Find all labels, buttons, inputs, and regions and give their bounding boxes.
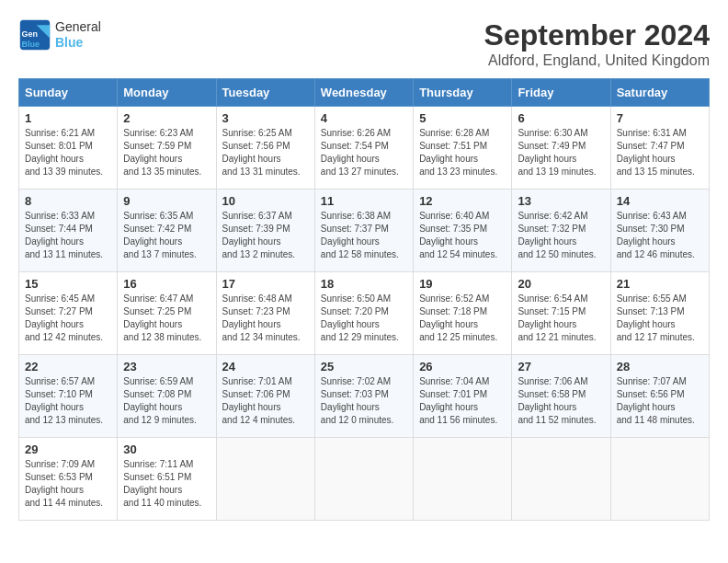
calendar-cell: 11 Sunrise: 6:38 AM Sunset: 7:37 PM Dayl… — [314, 190, 413, 272]
calendar-header-friday: Friday — [512, 79, 610, 107]
logo: Gen Blue General Blue — [18, 18, 101, 52]
day-info: Sunrise: 6:28 AM Sunset: 7:51 PM Dayligh… — [419, 127, 506, 178]
day-info: Sunrise: 6:26 AM Sunset: 7:54 PM Dayligh… — [321, 127, 407, 178]
day-info: Sunrise: 7:09 AM Sunset: 6:53 PM Dayligh… — [25, 458, 111, 510]
day-number: 18 — [321, 277, 407, 291]
day-number: 13 — [518, 194, 604, 208]
day-number: 24 — [222, 360, 309, 373]
day-number: 10 — [222, 194, 309, 208]
calendar-cell: 27 Sunrise: 7:06 AM Sunset: 6:58 PM Dayl… — [512, 355, 610, 438]
day-number: 5 — [419, 111, 506, 125]
day-info: Sunrise: 6:23 AM Sunset: 7:59 PM Dayligh… — [123, 127, 210, 178]
day-info: Sunrise: 7:07 AM Sunset: 6:56 PM Dayligh… — [617, 375, 703, 427]
day-info: Sunrise: 6:48 AM Sunset: 7:23 PM Dayligh… — [222, 293, 309, 344]
day-info: Sunrise: 7:04 AM Sunset: 7:01 PM Dayligh… — [419, 375, 506, 427]
day-number: 8 — [25, 194, 111, 208]
day-number: 7 — [617, 111, 703, 125]
calendar-cell: 17 Sunrise: 6:48 AM Sunset: 7:23 PM Dayl… — [216, 272, 314, 355]
calendar-cell: 23 Sunrise: 6:59 AM Sunset: 7:08 PM Dayl… — [118, 355, 216, 438]
day-info: Sunrise: 6:35 AM Sunset: 7:42 PM Dayligh… — [123, 210, 210, 261]
calendar-cell — [414, 438, 512, 521]
day-info: Sunrise: 6:47 AM Sunset: 7:25 PM Dayligh… — [123, 293, 210, 344]
calendar-header-sunday: Sunday — [19, 79, 118, 107]
day-number: 2 — [123, 111, 210, 125]
day-number: 16 — [123, 277, 210, 291]
day-number: 11 — [321, 194, 407, 208]
day-number: 28 — [617, 360, 703, 373]
day-number: 4 — [321, 111, 407, 125]
calendar-table: SundayMondayTuesdayWednesdayThursdayFrid… — [18, 78, 710, 521]
calendar-cell — [314, 438, 413, 521]
day-number: 9 — [123, 194, 210, 208]
calendar-cell: 5 Sunrise: 6:28 AM Sunset: 7:51 PM Dayli… — [414, 107, 512, 190]
calendar-week-row: 22 Sunrise: 6:57 AM Sunset: 7:10 PM Dayl… — [19, 355, 710, 438]
calendar-cell: 14 Sunrise: 6:43 AM Sunset: 7:30 PM Dayl… — [610, 190, 709, 272]
day-number: 25 — [321, 360, 407, 373]
calendar-cell: 26 Sunrise: 7:04 AM Sunset: 7:01 PM Dayl… — [414, 355, 512, 438]
day-number: 1 — [25, 111, 111, 125]
calendar-cell: 8 Sunrise: 6:33 AM Sunset: 7:44 PM Dayli… — [19, 190, 118, 272]
calendar-cell: 3 Sunrise: 6:25 AM Sunset: 7:56 PM Dayli… — [216, 107, 314, 190]
day-number: 21 — [617, 277, 703, 291]
svg-text:Gen: Gen — [22, 29, 39, 39]
day-number: 29 — [25, 442, 111, 456]
main-title: September 2024 — [484, 18, 710, 52]
subtitle: Aldford, England, United Kingdom — [484, 52, 710, 69]
day-number: 14 — [617, 194, 703, 208]
calendar-cell: 12 Sunrise: 6:40 AM Sunset: 7:35 PM Dayl… — [414, 190, 512, 272]
day-number: 15 — [25, 277, 111, 291]
calendar-cell: 22 Sunrise: 6:57 AM Sunset: 7:10 PM Dayl… — [19, 355, 118, 438]
calendar-cell: 19 Sunrise: 6:52 AM Sunset: 7:18 PM Dayl… — [414, 272, 512, 355]
calendar-cell: 18 Sunrise: 6:50 AM Sunset: 7:20 PM Dayl… — [314, 272, 413, 355]
calendar-cell: 1 Sunrise: 6:21 AM Sunset: 8:01 PM Dayli… — [19, 107, 118, 190]
day-info: Sunrise: 6:42 AM Sunset: 7:32 PM Dayligh… — [518, 210, 604, 261]
calendar-cell: 28 Sunrise: 7:07 AM Sunset: 6:56 PM Dayl… — [610, 355, 709, 438]
logo-text: General Blue — [55, 19, 101, 51]
day-info: Sunrise: 6:40 AM Sunset: 7:35 PM Dayligh… — [419, 210, 506, 261]
day-info: Sunrise: 6:52 AM Sunset: 7:18 PM Dayligh… — [419, 293, 506, 344]
logo-icon: Gen Blue — [18, 18, 51, 52]
day-number: 26 — [419, 360, 506, 373]
svg-text:Blue: Blue — [22, 40, 40, 49]
calendar-cell: 10 Sunrise: 6:37 AM Sunset: 7:39 PM Dayl… — [216, 190, 314, 272]
calendar-week-row: 8 Sunrise: 6:33 AM Sunset: 7:44 PM Dayli… — [19, 190, 710, 272]
calendar-cell — [512, 438, 610, 521]
calendar-week-row: 1 Sunrise: 6:21 AM Sunset: 8:01 PM Dayli… — [19, 107, 710, 190]
day-info: Sunrise: 6:30 AM Sunset: 7:49 PM Dayligh… — [518, 127, 604, 178]
calendar-header-wednesday: Wednesday — [314, 79, 413, 107]
calendar-cell: 20 Sunrise: 6:54 AM Sunset: 7:15 PM Dayl… — [512, 272, 610, 355]
calendar-cell: 24 Sunrise: 7:01 AM Sunset: 7:06 PM Dayl… — [216, 355, 314, 438]
day-info: Sunrise: 7:01 AM Sunset: 7:06 PM Dayligh… — [222, 375, 309, 427]
calendar-header-thursday: Thursday — [414, 79, 512, 107]
calendar-header-row: SundayMondayTuesdayWednesdayThursdayFrid… — [19, 79, 710, 107]
calendar-week-row: 29 Sunrise: 7:09 AM Sunset: 6:53 PM Dayl… — [19, 438, 710, 521]
day-number: 30 — [123, 442, 210, 456]
calendar-cell: 7 Sunrise: 6:31 AM Sunset: 7:47 PM Dayli… — [610, 107, 709, 190]
day-number: 27 — [518, 360, 604, 373]
day-info: Sunrise: 6:33 AM Sunset: 7:44 PM Dayligh… — [25, 210, 111, 261]
calendar-week-row: 15 Sunrise: 6:45 AM Sunset: 7:27 PM Dayl… — [19, 272, 710, 355]
day-number: 20 — [518, 277, 604, 291]
day-info: Sunrise: 6:37 AM Sunset: 7:39 PM Dayligh… — [222, 210, 309, 261]
day-info: Sunrise: 6:21 AM Sunset: 8:01 PM Dayligh… — [25, 127, 111, 178]
calendar-header-monday: Monday — [118, 79, 216, 107]
calendar-cell: 6 Sunrise: 6:30 AM Sunset: 7:49 PM Dayli… — [512, 107, 610, 190]
calendar-header-tuesday: Tuesday — [216, 79, 314, 107]
day-info: Sunrise: 7:06 AM Sunset: 6:58 PM Dayligh… — [518, 375, 604, 427]
day-number: 19 — [419, 277, 506, 291]
day-info: Sunrise: 6:38 AM Sunset: 7:37 PM Dayligh… — [321, 210, 407, 261]
title-area: September 2024 Aldford, England, United … — [484, 18, 710, 69]
day-number: 22 — [25, 360, 111, 373]
calendar-cell: 9 Sunrise: 6:35 AM Sunset: 7:42 PM Dayli… — [118, 190, 216, 272]
day-info: Sunrise: 7:11 AM Sunset: 6:51 PM Dayligh… — [123, 458, 210, 510]
day-info: Sunrise: 7:02 AM Sunset: 7:03 PM Dayligh… — [321, 375, 407, 427]
day-number: 17 — [222, 277, 309, 291]
calendar-cell: 2 Sunrise: 6:23 AM Sunset: 7:59 PM Dayli… — [118, 107, 216, 190]
day-info: Sunrise: 6:43 AM Sunset: 7:30 PM Dayligh… — [617, 210, 703, 261]
day-info: Sunrise: 6:45 AM Sunset: 7:27 PM Dayligh… — [25, 293, 111, 344]
calendar-cell: 25 Sunrise: 7:02 AM Sunset: 7:03 PM Dayl… — [314, 355, 413, 438]
calendar-cell — [216, 438, 314, 521]
calendar-cell: 30 Sunrise: 7:11 AM Sunset: 6:51 PM Dayl… — [118, 438, 216, 521]
day-number: 6 — [518, 111, 604, 125]
day-number: 23 — [123, 360, 210, 373]
